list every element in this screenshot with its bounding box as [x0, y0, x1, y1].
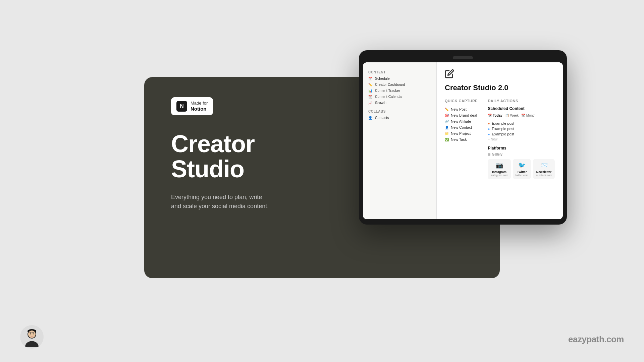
- sidebar-label-contacts: Contacts: [375, 116, 389, 120]
- notion-sidebar: Content 📅 Schedule ✏️ Creator Dashboard …: [363, 62, 437, 219]
- scheduled-item-2: ● Example post: [488, 126, 555, 131]
- sidebar-item-growth[interactable]: 📈 Growth: [367, 100, 432, 106]
- action-new-affiliate[interactable]: 🔗 New Affiliate: [445, 118, 481, 124]
- new-scheduled-link[interactable]: + New: [488, 137, 555, 142]
- instagram-name: Instagram: [490, 170, 508, 174]
- tablet-mockup: Content 📅 Schedule ✏️ Creator Dashboard …: [359, 50, 567, 225]
- new-post-icon: ✏️: [445, 108, 449, 111]
- tab-week[interactable]: 📋 Week: [505, 114, 519, 117]
- tab-month[interactable]: 📆 Month: [521, 114, 536, 117]
- tablet-screen: Content 📅 Schedule ✏️ Creator Dashboard …: [363, 62, 563, 219]
- notion-logo-icon: N: [176, 101, 187, 112]
- tablet-camera: [453, 56, 473, 59]
- twitter-icon: 🐦: [516, 162, 528, 169]
- sidebar-collabs-section: Collabs 👤 Contacts: [363, 107, 436, 122]
- tab-today[interactable]: 📅 Today: [488, 114, 502, 117]
- left-panel: N Made for Notion Creator Studio Everyth…: [144, 77, 312, 278]
- scheduled-item-3: ● Example post: [488, 131, 555, 137]
- sidebar-item-schedule[interactable]: 📅 Schedule: [367, 75, 432, 81]
- gallery-icon: ⊞: [488, 153, 490, 156]
- new-post-label: New Post: [451, 107, 467, 111]
- new-contact-icon: 👤: [445, 126, 449, 129]
- page-background: N Made for Notion Creator Studio Everyth…: [0, 0, 644, 362]
- two-col-layout: Quick Capture ✏️ New Post 🎯 New Brand de…: [445, 99, 555, 179]
- notion-badge: N Made for Notion: [171, 97, 213, 115]
- notion-main-content: Creator Studio 2.0 Quick Capture ✏️ New …: [437, 62, 563, 219]
- new-project-label: New Project: [451, 131, 471, 135]
- dot-orange-1: ●: [488, 122, 490, 125]
- notion-name-text: Notion: [191, 106, 208, 112]
- svg-point-4: [33, 334, 34, 335]
- hero-subtitle: Everything you need to plan, writeand sc…: [171, 193, 292, 211]
- sidebar-content-section: Content 📅 Schedule ✏️ Creator Dashboard …: [363, 68, 436, 107]
- gallery-label: ⊞ Gallery: [488, 153, 555, 156]
- sidebar-label-schedule: Schedule: [375, 76, 390, 80]
- sidebar-collabs-title: Collabs: [367, 110, 432, 113]
- action-new-post[interactable]: ✏️ New Post: [445, 106, 481, 112]
- tracker-icon: 📊: [368, 89, 373, 93]
- tablet-camera-bar: [363, 54, 563, 61]
- svg-point-2: [28, 330, 36, 338]
- sidebar-label-tracker: Content Tracker: [375, 88, 400, 93]
- scheduled-content-title: Scheduled Content: [488, 106, 555, 111]
- sidebar-content-title: Content: [367, 70, 432, 74]
- new-task-label: New Task: [451, 137, 467, 141]
- quick-capture-title: Quick Capture: [445, 99, 481, 103]
- new-brand-deal-label: New Brand deal: [451, 113, 477, 117]
- new-brand-deal-icon: 🎯: [445, 114, 449, 117]
- new-affiliate-label: New Affiliate: [451, 119, 471, 123]
- quick-capture-section: Quick Capture ✏️ New Post 🎯 New Brand de…: [445, 99, 481, 179]
- svg-point-3: [30, 334, 31, 335]
- page-edit-icon: [445, 69, 555, 81]
- scheduled-label-2: Example post: [492, 127, 514, 131]
- contacts-icon: 👤: [368, 116, 373, 120]
- avatar-illustration: [22, 327, 42, 347]
- new-contact-label: New Contact: [451, 125, 472, 129]
- action-new-project[interactable]: 📁 New Project: [445, 130, 481, 136]
- growth-icon: 📈: [368, 101, 373, 105]
- new-affiliate-icon: 🔗: [445, 120, 449, 123]
- sidebar-item-contacts[interactable]: 👤 Contacts: [367, 115, 432, 121]
- instagram-icon: 📷: [490, 162, 508, 169]
- sidebar-item-calendar[interactable]: 📆 Content Calendar: [367, 94, 432, 100]
- sidebar-label-calendar: Content Calendar: [375, 95, 402, 99]
- sidebar-item-tracker[interactable]: 📊 Content Tracker: [367, 87, 432, 94]
- new-project-icon: 📁: [445, 132, 449, 135]
- avatar-corner: [20, 325, 44, 349]
- newsletter-icon: 📨: [536, 162, 552, 169]
- main-card: N Made for Notion Creator Studio Everyth…: [144, 77, 500, 278]
- instagram-url: instagram.com: [490, 174, 508, 177]
- hero-title-line2: Studio: [171, 156, 244, 182]
- action-new-contact[interactable]: 👤 New Contact: [445, 124, 481, 130]
- scheduled-label-3: Example post: [492, 132, 514, 136]
- sidebar-item-dashboard[interactable]: ✏️ Creator Dashboard: [367, 81, 432, 87]
- platform-twitter[interactable]: 🐦 Twitter twitter.com: [513, 159, 531, 179]
- platform-newsletter[interactable]: 📨 Newsletter substack.com: [533, 159, 555, 179]
- scheduled-item-1: ● Example post: [488, 121, 555, 126]
- gallery-text: Gallery: [492, 153, 502, 156]
- daily-actions-title: Daily Actions: [488, 99, 555, 103]
- newsletter-name: Newsletter: [536, 170, 552, 174]
- made-for-text: Made for: [191, 101, 208, 106]
- daily-actions-section: Daily Actions Scheduled Content 📅 Today …: [488, 99, 555, 179]
- scheduled-tabs: 📅 Today 📋 Week 📆 Month: [488, 114, 555, 117]
- sidebar-label-dashboard: Creator Dashboard: [375, 82, 405, 86]
- platforms-title: Platforms: [488, 146, 555, 150]
- dashboard-icon: ✏️: [368, 83, 373, 86]
- newsletter-url: substack.com: [536, 174, 552, 177]
- platform-grid: 📷 Instagram instagram.com 🐦 Twitter twit…: [488, 159, 555, 179]
- sidebar-label-growth: Growth: [375, 101, 386, 105]
- brand-text: eazypath.com: [568, 334, 624, 345]
- hero-title: Creator Studio: [171, 131, 292, 182]
- tablet-outer-frame: Content 📅 Schedule ✏️ Creator Dashboard …: [359, 50, 567, 225]
- new-task-icon: ✅: [445, 138, 449, 141]
- calendar-icon: 📆: [368, 95, 373, 99]
- dot-blue-1: ●: [488, 127, 490, 131]
- notion-badge-text: Made for Notion: [191, 101, 208, 112]
- action-new-task[interactable]: ✅ New Task: [445, 136, 481, 142]
- schedule-icon: 📅: [368, 77, 373, 80]
- twitter-url: twitter.com: [516, 174, 528, 177]
- twitter-name: Twitter: [516, 170, 528, 174]
- action-new-brand-deal[interactable]: 🎯 New Brand deal: [445, 112, 481, 118]
- platform-instagram[interactable]: 📷 Instagram instagram.com: [488, 159, 511, 179]
